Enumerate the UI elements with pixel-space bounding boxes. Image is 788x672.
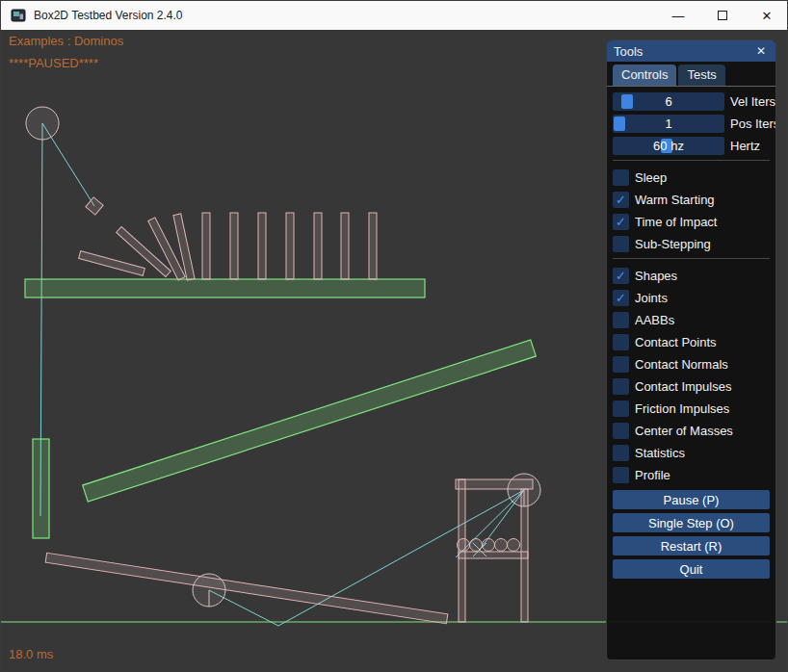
contact-impulses-checkbox[interactable]: ✓ (613, 378, 629, 395)
hertz-value: 60 hz (613, 137, 724, 155)
checkbox-contact-points[interactable]: ✓ Contact Points (613, 333, 770, 351)
hertz-row: 60 hz Hertz (613, 137, 770, 155)
maximize-icon (718, 11, 727, 20)
contact-points-checkbox[interactable]: ✓ (613, 334, 629, 350)
checkbox-sub-stepping[interactable]: ✓ Sub-Stepping (613, 235, 770, 253)
pendulum-box (86, 197, 103, 215)
time-of-impact-checkbox[interactable]: ✓ (613, 214, 629, 230)
dynamic-bodies (45, 197, 533, 624)
pos-iters-label: Pos Iters (730, 116, 776, 131)
app-icon (11, 8, 26, 23)
checkbox-center-of-masses[interactable]: ✓ Center of Masses (613, 422, 770, 440)
checkbox-joints[interactable]: ✓ Joints (613, 289, 770, 307)
seesaw-plank (45, 553, 448, 624)
panel-close-icon[interactable]: ✕ (753, 44, 769, 58)
checkbox-aabbs[interactable]: ✓ AABBs (613, 311, 770, 329)
checkbox-contact-normals[interactable]: ✓ Contact Normals (613, 355, 770, 374)
tools-panel-body: 6 Vel Iters 1 Pos Iters 60 hz (607, 87, 775, 659)
checkbox-time-of-impact[interactable]: ✓ Time of Impact (613, 213, 770, 231)
paused-label: ****PAUSED**** (9, 56, 98, 70)
checkbox-sleep[interactable]: ✓ Sleep (613, 168, 770, 187)
vel-iters-row: 6 Vel Iters (613, 92, 770, 111)
tools-tabbar: Controls Tests (607, 62, 775, 87)
tools-panel-titlebar[interactable]: Tools ✕ (607, 40, 775, 62)
checkbox-shapes[interactable]: ✓ Shapes (613, 267, 770, 285)
hertz-slider[interactable]: 60 hz (613, 137, 724, 155)
single-step-button[interactable]: Single Step (O) (613, 513, 770, 532)
pendulum-anchor-circle (26, 107, 59, 140)
pos-iters-slider[interactable]: 1 (613, 115, 724, 133)
titlebar[interactable]: Box2D Testbed Version 2.4.0 — ✕ (1, 1, 788, 30)
checkbox-friction-impulses[interactable]: ✓ Friction Impulses (613, 400, 770, 418)
vel-iters-label: Vel Iters (730, 94, 775, 109)
separator (613, 258, 770, 259)
checkmark-icon: ✓ (616, 270, 626, 282)
checkbox-profile[interactable]: ✓ Profile (613, 466, 770, 484)
warm-starting-checkbox[interactable]: ✓ (613, 192, 629, 208)
maximize-button[interactable] (700, 1, 745, 30)
joints-checkbox[interactable]: ✓ (613, 290, 629, 306)
restart-button[interactable]: Restart (R) (613, 536, 770, 556)
checkmark-icon: ✓ (616, 292, 626, 304)
checkmark-icon: ✓ (616, 216, 626, 228)
tools-panel-title: Tools (614, 44, 753, 59)
shapes-checkbox[interactable]: ✓ (613, 268, 629, 284)
sub-stepping-checkbox[interactable]: ✓ (613, 236, 629, 252)
close-button[interactable]: ✕ (745, 1, 788, 30)
center-of-masses-checkbox[interactable]: ✓ (613, 423, 629, 439)
minimize-button[interactable]: — (656, 1, 700, 30)
tab-controls[interactable]: Controls (613, 65, 676, 86)
vel-iters-value: 6 (613, 92, 724, 111)
pause-button[interactable]: Pause (P) (613, 490, 770, 509)
tab-tests[interactable]: Tests (678, 65, 724, 86)
example-label: Examples : Dominos (9, 34, 123, 48)
checkbox-contact-impulses[interactable]: ✓ Contact Impulses (613, 377, 770, 396)
separator (613, 160, 770, 161)
hertz-label: Hertz (730, 139, 760, 153)
button-stack: Pause (P) Single Step (O) Restart (R) Qu… (613, 490, 770, 579)
app-window: Box2D Testbed Version 2.4.0 — ✕ (0, 0, 788, 672)
profile-checkbox[interactable]: ✓ (613, 467, 629, 483)
checkmark-icon: ✓ (616, 194, 626, 206)
pos-iters-value: 1 (613, 115, 724, 133)
checkbox-statistics[interactable]: ✓ Statistics (613, 444, 770, 462)
pos-iters-row: 1 Pos Iters (613, 115, 770, 133)
window-title: Box2D Testbed Version 2.4.0 (34, 9, 656, 22)
checkbox-warm-starting[interactable]: ✓ Warm Starting (613, 191, 770, 209)
tools-panel: Tools ✕ Controls Tests 6 Vel Iters (606, 39, 776, 660)
frame-time-label: 18.0 ms (9, 647, 53, 661)
aabbs-checkbox[interactable]: ✓ (613, 312, 629, 328)
sleep-checkbox[interactable]: ✓ (613, 169, 629, 186)
quit-button[interactable]: Quit (613, 559, 770, 579)
simulation-canvas[interactable]: Examples : Dominos ****PAUSED**** 18.0 m… (1, 30, 788, 672)
friction-impulses-checkbox[interactable]: ✓ (613, 401, 629, 417)
vel-iters-slider[interactable]: 6 (613, 92, 724, 111)
contact-normals-checkbox[interactable]: ✓ (613, 356, 629, 373)
statistics-checkbox[interactable]: ✓ (613, 445, 629, 461)
